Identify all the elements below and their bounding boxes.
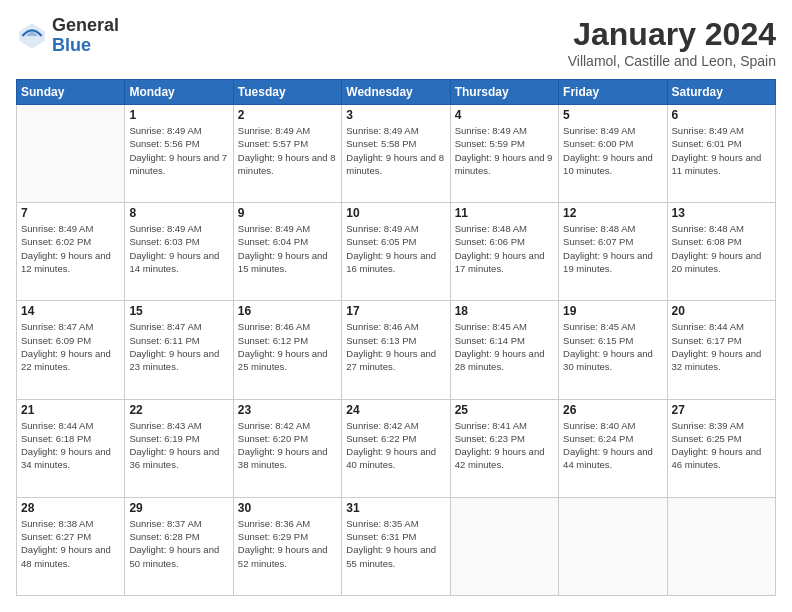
day-number: 4 (455, 108, 554, 122)
calendar-cell: 12Sunrise: 8:48 AM Sunset: 6:07 PM Dayli… (559, 203, 667, 301)
day-info: Sunrise: 8:39 AM Sunset: 6:25 PM Dayligh… (672, 419, 771, 472)
day-info: Sunrise: 8:44 AM Sunset: 6:17 PM Dayligh… (672, 320, 771, 373)
logo-icon (16, 20, 48, 52)
calendar-cell: 6Sunrise: 8:49 AM Sunset: 6:01 PM Daylig… (667, 105, 775, 203)
calendar-cell: 23Sunrise: 8:42 AM Sunset: 6:20 PM Dayli… (233, 399, 341, 497)
day-info: Sunrise: 8:47 AM Sunset: 6:11 PM Dayligh… (129, 320, 228, 373)
day-info: Sunrise: 8:48 AM Sunset: 6:06 PM Dayligh… (455, 222, 554, 275)
calendar-cell (559, 497, 667, 595)
day-info: Sunrise: 8:49 AM Sunset: 6:02 PM Dayligh… (21, 222, 120, 275)
calendar-cell: 2Sunrise: 8:49 AM Sunset: 5:57 PM Daylig… (233, 105, 341, 203)
header-day-tuesday: Tuesday (233, 80, 341, 105)
day-number: 18 (455, 304, 554, 318)
calendar-cell: 14Sunrise: 8:47 AM Sunset: 6:09 PM Dayli… (17, 301, 125, 399)
header: General Blue January 2024 Villamol, Cast… (16, 16, 776, 69)
day-info: Sunrise: 8:46 AM Sunset: 6:12 PM Dayligh… (238, 320, 337, 373)
title-block: January 2024 Villamol, Castille and Leon… (568, 16, 776, 69)
day-info: Sunrise: 8:41 AM Sunset: 6:23 PM Dayligh… (455, 419, 554, 472)
calendar-cell: 5Sunrise: 8:49 AM Sunset: 6:00 PM Daylig… (559, 105, 667, 203)
day-number: 28 (21, 501, 120, 515)
logo-general: General (52, 16, 119, 36)
day-number: 30 (238, 501, 337, 515)
day-number: 31 (346, 501, 445, 515)
week-row-1: 7Sunrise: 8:49 AM Sunset: 6:02 PM Daylig… (17, 203, 776, 301)
calendar-cell: 4Sunrise: 8:49 AM Sunset: 5:59 PM Daylig… (450, 105, 558, 203)
month-title: January 2024 (568, 16, 776, 53)
day-number: 11 (455, 206, 554, 220)
day-info: Sunrise: 8:49 AM Sunset: 5:57 PM Dayligh… (238, 124, 337, 177)
day-number: 15 (129, 304, 228, 318)
day-info: Sunrise: 8:46 AM Sunset: 6:13 PM Dayligh… (346, 320, 445, 373)
day-info: Sunrise: 8:48 AM Sunset: 6:08 PM Dayligh… (672, 222, 771, 275)
day-info: Sunrise: 8:42 AM Sunset: 6:20 PM Dayligh… (238, 419, 337, 472)
calendar-body: 1Sunrise: 8:49 AM Sunset: 5:56 PM Daylig… (17, 105, 776, 596)
header-day-thursday: Thursday (450, 80, 558, 105)
logo: General Blue (16, 16, 119, 56)
header-day-sunday: Sunday (17, 80, 125, 105)
calendar-cell: 30Sunrise: 8:36 AM Sunset: 6:29 PM Dayli… (233, 497, 341, 595)
day-info: Sunrise: 8:49 AM Sunset: 6:01 PM Dayligh… (672, 124, 771, 177)
day-number: 5 (563, 108, 662, 122)
header-row: SundayMondayTuesdayWednesdayThursdayFrid… (17, 80, 776, 105)
day-info: Sunrise: 8:49 AM Sunset: 6:00 PM Dayligh… (563, 124, 662, 177)
day-number: 14 (21, 304, 120, 318)
day-number: 22 (129, 403, 228, 417)
day-info: Sunrise: 8:42 AM Sunset: 6:22 PM Dayligh… (346, 419, 445, 472)
day-info: Sunrise: 8:45 AM Sunset: 6:14 PM Dayligh… (455, 320, 554, 373)
day-info: Sunrise: 8:43 AM Sunset: 6:19 PM Dayligh… (129, 419, 228, 472)
day-info: Sunrise: 8:49 AM Sunset: 6:03 PM Dayligh… (129, 222, 228, 275)
week-row-2: 14Sunrise: 8:47 AM Sunset: 6:09 PM Dayli… (17, 301, 776, 399)
day-number: 17 (346, 304, 445, 318)
day-info: Sunrise: 8:48 AM Sunset: 6:07 PM Dayligh… (563, 222, 662, 275)
header-day-friday: Friday (559, 80, 667, 105)
calendar-cell: 18Sunrise: 8:45 AM Sunset: 6:14 PM Dayli… (450, 301, 558, 399)
day-number: 8 (129, 206, 228, 220)
day-number: 29 (129, 501, 228, 515)
page: General Blue January 2024 Villamol, Cast… (0, 0, 792, 612)
calendar-cell: 17Sunrise: 8:46 AM Sunset: 6:13 PM Dayli… (342, 301, 450, 399)
calendar-cell: 29Sunrise: 8:37 AM Sunset: 6:28 PM Dayli… (125, 497, 233, 595)
calendar-cell: 20Sunrise: 8:44 AM Sunset: 6:17 PM Dayli… (667, 301, 775, 399)
calendar-cell: 7Sunrise: 8:49 AM Sunset: 6:02 PM Daylig… (17, 203, 125, 301)
day-info: Sunrise: 8:35 AM Sunset: 6:31 PM Dayligh… (346, 517, 445, 570)
day-info: Sunrise: 8:37 AM Sunset: 6:28 PM Dayligh… (129, 517, 228, 570)
calendar-cell (17, 105, 125, 203)
header-day-monday: Monday (125, 80, 233, 105)
day-number: 26 (563, 403, 662, 417)
calendar-cell: 28Sunrise: 8:38 AM Sunset: 6:27 PM Dayli… (17, 497, 125, 595)
calendar-cell: 8Sunrise: 8:49 AM Sunset: 6:03 PM Daylig… (125, 203, 233, 301)
calendar-cell: 1Sunrise: 8:49 AM Sunset: 5:56 PM Daylig… (125, 105, 233, 203)
calendar-cell: 11Sunrise: 8:48 AM Sunset: 6:06 PM Dayli… (450, 203, 558, 301)
day-number: 24 (346, 403, 445, 417)
calendar-cell: 13Sunrise: 8:48 AM Sunset: 6:08 PM Dayli… (667, 203, 775, 301)
header-day-saturday: Saturday (667, 80, 775, 105)
day-info: Sunrise: 8:49 AM Sunset: 5:56 PM Dayligh… (129, 124, 228, 177)
day-number: 9 (238, 206, 337, 220)
calendar-cell: 25Sunrise: 8:41 AM Sunset: 6:23 PM Dayli… (450, 399, 558, 497)
calendar-cell: 10Sunrise: 8:49 AM Sunset: 6:05 PM Dayli… (342, 203, 450, 301)
day-info: Sunrise: 8:38 AM Sunset: 6:27 PM Dayligh… (21, 517, 120, 570)
location-subtitle: Villamol, Castille and Leon, Spain (568, 53, 776, 69)
day-info: Sunrise: 8:44 AM Sunset: 6:18 PM Dayligh… (21, 419, 120, 472)
calendar-cell: 26Sunrise: 8:40 AM Sunset: 6:24 PM Dayli… (559, 399, 667, 497)
day-number: 3 (346, 108, 445, 122)
day-info: Sunrise: 8:40 AM Sunset: 6:24 PM Dayligh… (563, 419, 662, 472)
calendar-cell (450, 497, 558, 595)
logo-text: General Blue (52, 16, 119, 56)
day-info: Sunrise: 8:49 AM Sunset: 5:58 PM Dayligh… (346, 124, 445, 177)
calendar-header: SundayMondayTuesdayWednesdayThursdayFrid… (17, 80, 776, 105)
calendar-cell: 21Sunrise: 8:44 AM Sunset: 6:18 PM Dayli… (17, 399, 125, 497)
day-number: 16 (238, 304, 337, 318)
day-number: 10 (346, 206, 445, 220)
day-info: Sunrise: 8:45 AM Sunset: 6:15 PM Dayligh… (563, 320, 662, 373)
calendar-cell: 31Sunrise: 8:35 AM Sunset: 6:31 PM Dayli… (342, 497, 450, 595)
calendar-cell (667, 497, 775, 595)
week-row-0: 1Sunrise: 8:49 AM Sunset: 5:56 PM Daylig… (17, 105, 776, 203)
day-info: Sunrise: 8:36 AM Sunset: 6:29 PM Dayligh… (238, 517, 337, 570)
week-row-3: 21Sunrise: 8:44 AM Sunset: 6:18 PM Dayli… (17, 399, 776, 497)
day-info: Sunrise: 8:47 AM Sunset: 6:09 PM Dayligh… (21, 320, 120, 373)
calendar-cell: 9Sunrise: 8:49 AM Sunset: 6:04 PM Daylig… (233, 203, 341, 301)
day-number: 21 (21, 403, 120, 417)
day-number: 20 (672, 304, 771, 318)
day-number: 25 (455, 403, 554, 417)
